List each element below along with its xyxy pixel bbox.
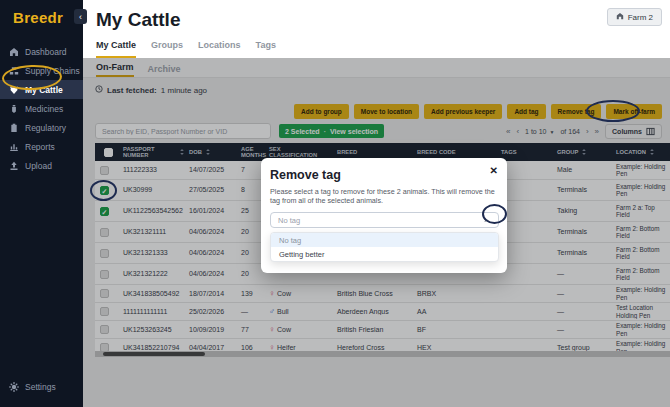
upload-icon: [9, 161, 19, 171]
syringe-icon: [9, 104, 19, 114]
modal-title: Remove tag: [270, 168, 498, 182]
chevron-left-icon: ‹: [79, 12, 82, 22]
remove-tag-modal: Remove tag ✕ Please select a tag to remo…: [261, 158, 507, 273]
modal-description: Please select a tag to remove for these …: [270, 188, 499, 205]
sidebar-item-label: Upload: [25, 161, 52, 171]
chart-icon: [9, 142, 19, 152]
cow-icon: [9, 85, 19, 95]
sidebar-item-label: Settings: [25, 382, 56, 392]
sidebar-item-label: Reports: [25, 142, 55, 152]
tag-option-no-tag[interactable]: No tag: [271, 233, 498, 247]
tag-option-getting-better[interactable]: Getting better: [271, 247, 498, 261]
sidebar-item-upload[interactable]: Upload: [0, 156, 83, 175]
tab-locations[interactable]: Locations: [198, 40, 241, 58]
farm-icon: [616, 12, 624, 22]
sidebar-item-label: Medicines: [25, 104, 63, 114]
chain-icon: [9, 66, 19, 76]
sidebar-item-supply-chains[interactable]: Supply Chains: [0, 61, 83, 80]
app-window: Breedr DashboardSupply ChainsMy CattleMe…: [0, 0, 670, 407]
farm-selector-button[interactable]: Farm 2: [607, 8, 662, 26]
sidebar-item-medicines[interactable]: Medicines: [0, 99, 83, 118]
sidebar-item-label: Regulatory: [25, 123, 66, 133]
tag-select[interactable]: No tag: [270, 212, 499, 228]
sidebar-item-settings[interactable]: Settings: [0, 377, 83, 396]
main-tabs: My CattleGroupsLocationsTags: [83, 40, 670, 58]
chevron-up-icon: [483, 211, 491, 229]
sidebar-item-label: Supply Chains: [25, 66, 80, 76]
page-title: My Cattle: [96, 9, 180, 31]
sidebar-item-label: My Cattle: [25, 85, 63, 95]
sidebar: Breedr DashboardSupply ChainsMy CattleMe…: [0, 0, 83, 407]
tag-select-value: No tag: [278, 216, 300, 225]
breedr-logo: Breedr: [0, 0, 83, 26]
tab-tags[interactable]: Tags: [256, 40, 276, 58]
sidebar-item-dashboard[interactable]: Dashboard: [0, 42, 83, 61]
tab-groups[interactable]: Groups: [151, 40, 183, 58]
farm-selector-label: Farm 2: [628, 13, 653, 22]
sidebar-item-my-cattle[interactable]: My Cattle: [0, 80, 83, 99]
sidebar-collapse-button[interactable]: ‹: [74, 9, 87, 24]
close-icon[interactable]: ✕: [490, 165, 498, 176]
tab-my-cattle[interactable]: My Cattle: [96, 40, 136, 58]
sidebar-item-regulatory[interactable]: Regulatory: [0, 118, 83, 137]
top-header: My Cattle Farm 2: [83, 0, 670, 40]
tag-dropdown: No tagGetting better: [270, 232, 499, 262]
gear-icon: [9, 382, 19, 392]
sidebar-item-label: Dashboard: [25, 47, 67, 57]
sidebar-item-reports[interactable]: Reports: [0, 137, 83, 156]
sidebar-nav: DashboardSupply ChainsMy CattleMedicines…: [0, 42, 83, 175]
clipboard-icon: [9, 123, 19, 133]
home-icon: [9, 47, 19, 57]
